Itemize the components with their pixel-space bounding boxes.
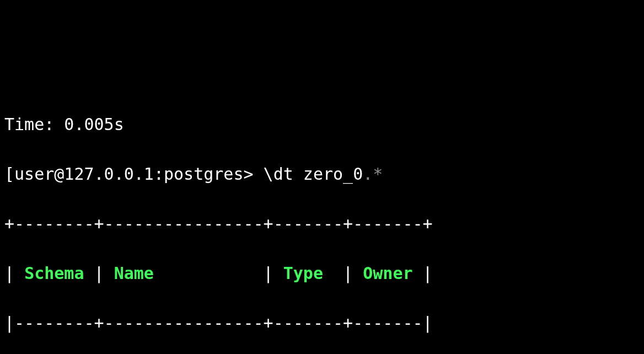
- column-header-owner: Owner: [363, 264, 412, 283]
- timing-line: Time: 0.005s: [4, 112, 640, 137]
- prompt-text: user@127.0.0.1:postgres>: [14, 164, 253, 184]
- command-dimmed: .*: [363, 164, 383, 184]
- prompt-line: [user@127.0.0.1:postgres> \dt zero_0.*: [4, 162, 640, 186]
- terminal-output: Time: 0.005s [user@127.0.0.1:postgres> \…: [0, 99, 644, 354]
- table-header-separator: |--------+----------------+-------+-----…: [4, 310, 640, 335]
- column-header-schema: Schema: [24, 264, 84, 283]
- column-header-name: Name: [114, 264, 154, 283]
- table-header-row: | Schema | Name | Type | Owner |: [4, 261, 640, 286]
- command-text: \dt zero_0: [264, 164, 363, 184]
- prompt-bracket: [: [4, 164, 14, 184]
- table-border-top: +--------+----------------+-------+-----…: [4, 211, 640, 236]
- column-header-type: Type: [283, 264, 323, 283]
